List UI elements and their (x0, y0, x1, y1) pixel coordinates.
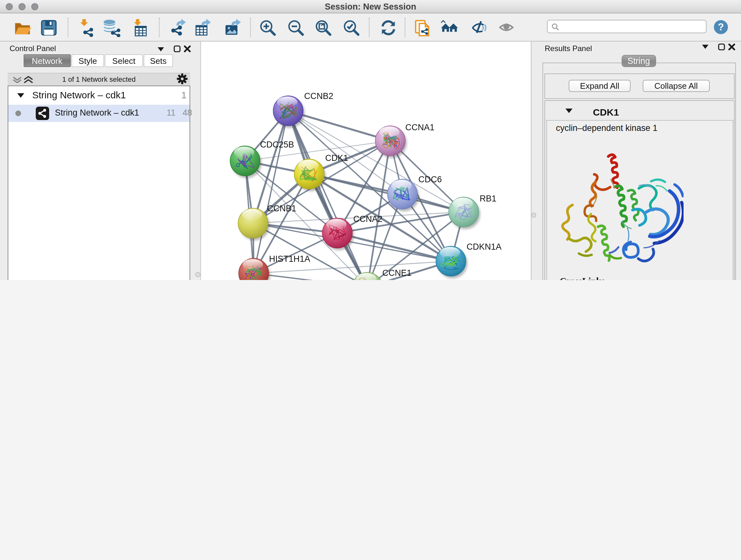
svg-text:HIST1H1A: HIST1H1A (269, 254, 310, 264)
svg-text:CCNB1: CCNB1 (267, 204, 296, 213)
svg-text:CCNE1: CCNE1 (382, 268, 412, 278)
svg-text:CCNA2: CCNA2 (353, 214, 383, 224)
svg-text:CCNB2: CCNB2 (304, 91, 333, 101)
svg-text:RB1: RB1 (480, 194, 496, 203)
svg-text:CCNA1: CCNA1 (405, 123, 434, 132)
svg-text:CDC25B: CDC25B (260, 140, 294, 149)
svg-text:CDC6: CDC6 (418, 175, 442, 184)
svg-text:CDKN1A: CDKN1A (467, 242, 502, 252)
svg-text:CDK1: CDK1 (325, 153, 348, 163)
svg-text:?: ? (718, 21, 724, 32)
